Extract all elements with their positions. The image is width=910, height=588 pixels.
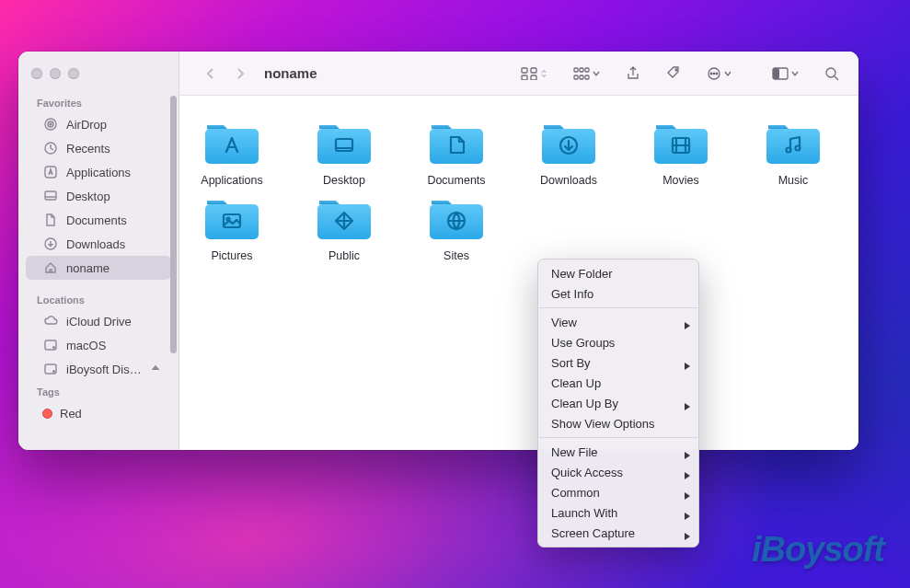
svg-rect-16 (580, 68, 583, 72)
folder-public[interactable]: Public (301, 193, 387, 263)
sidebar-item-airdrop[interactable]: AirDrop (26, 112, 171, 136)
sidebar-item-red[interactable]: Red (26, 401, 171, 425)
menu-item-new-folder[interactable]: New Folder (538, 263, 698, 283)
svg-rect-13 (522, 75, 527, 80)
sidebar-item-macos[interactable]: macOS (26, 333, 171, 357)
submenu-chevron-icon (685, 509, 690, 516)
submenu-chevron-icon (685, 359, 690, 366)
sidebar-item-documents[interactable]: Documents (26, 208, 171, 232)
menu-item-view[interactable]: View (538, 312, 698, 332)
sidebar-item-noname[interactable]: noname (26, 256, 171, 280)
folder-icon (426, 193, 487, 243)
menu-item-quick-access[interactable]: Quick Access (538, 462, 698, 482)
folder-label: Sites (443, 248, 469, 263)
svg-rect-11 (522, 68, 527, 73)
preview-pane-button[interactable] (767, 61, 803, 86)
sidebar-heading-tags: Tags (18, 381, 179, 401)
sidebar-item-label: Desktop (66, 190, 110, 203)
menu-item-label: View (551, 316, 577, 329)
menu-item-label: Show View Options (551, 417, 655, 431)
minimize-window-button[interactable] (50, 68, 61, 79)
sidebar-item-icloud-drive[interactable]: iCloud Drive (26, 309, 171, 333)
sidebar-item-applications[interactable]: Applications (26, 160, 171, 184)
folder-sites[interactable]: Sites (413, 193, 500, 263)
clock-icon (42, 141, 59, 156)
menu-item-show-view-options[interactable]: Show View Options (538, 413, 698, 433)
folder-label: Desktop (323, 173, 365, 188)
folder-icon (202, 118, 262, 167)
sidebar-item-label: Documents (66, 213, 127, 227)
folder-label: Downloads (540, 173, 597, 188)
folder-applications[interactable]: Applications (189, 118, 275, 188)
watermark: iBoysoft (752, 530, 884, 570)
home-icon (42, 260, 59, 275)
menu-separator (539, 437, 697, 438)
share-button[interactable] (621, 61, 645, 86)
sidebar-scroll: Favorites AirDropRecentsApplicationsDesk… (18, 92, 179, 450)
svg-rect-20 (585, 75, 589, 79)
desktop-icon (42, 189, 59, 203)
zoom-window-button[interactable] (68, 68, 79, 79)
svg-rect-15 (574, 68, 578, 72)
sidebar-item-label: iCloud Drive (66, 315, 132, 329)
sidebar-heading-favorites: Favorites (18, 92, 179, 112)
menu-item-label: Quick Access (551, 466, 623, 479)
folder-label: Music (778, 173, 809, 188)
sidebar-item-label: Downloads (66, 237, 125, 251)
menu-item-label: Clean Up By (551, 397, 618, 410)
folder-pictures[interactable]: Pictures (189, 193, 275, 263)
svg-point-21 (675, 69, 677, 71)
icon-grid[interactable]: ApplicationsDesktopDocumentsDownloadsMov… (179, 96, 858, 450)
close-window-button[interactable] (31, 68, 42, 79)
folder-label: Applications (201, 173, 262, 188)
nav-back-button[interactable] (198, 61, 224, 86)
menu-item-clean-up-by[interactable]: Clean Up By (538, 393, 698, 413)
menu-item-use-groups[interactable]: Use Groups (538, 332, 698, 352)
folder-label: Documents (427, 173, 485, 188)
context-menu: New FolderGet InfoViewUse GroupsSort ByC… (537, 259, 699, 548)
submenu-chevron-icon (685, 318, 690, 326)
sidebar-item-iboysoft-dis-[interactable]: iBoysoft Dis… (26, 357, 171, 381)
sidebar-item-downloads[interactable]: Downloads (26, 232, 171, 256)
folder-downloads[interactable]: Downloads (525, 118, 612, 188)
svg-point-28 (826, 68, 835, 77)
folder-music[interactable]: Music (750, 118, 836, 188)
menu-item-label: Use Groups (551, 336, 615, 350)
menu-item-label: Screen Capture (551, 526, 635, 540)
folder-icon (426, 118, 487, 167)
sidebar-item-desktop[interactable]: Desktop (26, 184, 171, 208)
svg-rect-37 (766, 129, 820, 164)
group-by-button[interactable] (569, 61, 605, 86)
menu-separator (539, 307, 697, 308)
svg-point-24 (713, 73, 715, 75)
window-controls (18, 64, 179, 92)
search-button[interactable] (820, 61, 844, 86)
actions-button[interactable] (702, 61, 736, 86)
submenu-chevron-icon (685, 529, 690, 536)
folder-movies[interactable]: Movies (638, 118, 724, 188)
folder-icon (651, 118, 711, 167)
sidebar-item-recents[interactable]: Recents (26, 136, 171, 160)
menu-item-common[interactable]: Common (538, 482, 698, 502)
folder-icon (314, 118, 374, 167)
view-icon-mode-button[interactable] (516, 61, 552, 86)
sidebar: Favorites AirDropRecentsApplicationsDesk… (18, 52, 179, 450)
nav-forward-button[interactable] (227, 61, 253, 86)
sidebar-heading-locations: Locations (18, 289, 179, 309)
menu-item-clean-up[interactable]: Clean Up (538, 373, 698, 393)
svg-point-2 (50, 123, 52, 125)
eject-icon[interactable] (149, 362, 162, 376)
folder-documents[interactable]: Documents (413, 118, 500, 188)
folder-desktop[interactable]: Desktop (301, 118, 387, 188)
menu-item-screen-capture[interactable]: Screen Capture (538, 523, 698, 543)
window-title: noname (264, 65, 317, 81)
submenu-chevron-icon (685, 448, 690, 455)
tags-button[interactable] (662, 61, 685, 86)
menu-item-get-info[interactable]: Get Info (538, 283, 698, 304)
sidebar-item-label: Red (60, 407, 82, 421)
menu-item-new-file[interactable]: New File (538, 442, 698, 462)
menu-item-sort-by[interactable]: Sort By (538, 352, 698, 373)
sidebar-scrollbar[interactable] (170, 96, 177, 353)
menu-item-launch-with[interactable]: Launch With (538, 502, 698, 523)
menu-item-label: Common (551, 486, 600, 500)
